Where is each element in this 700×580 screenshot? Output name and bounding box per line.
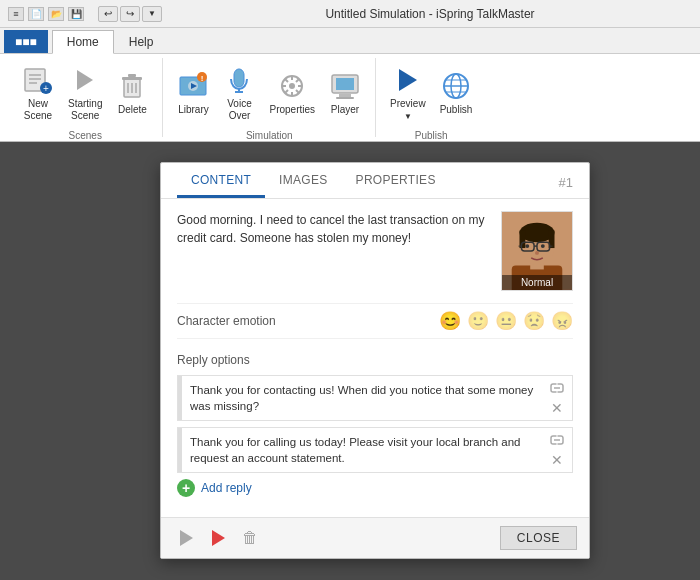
scene-dialog: CONTENT IMAGES PROPERTIES #1 Good mornin…: [160, 162, 590, 559]
play-red-button[interactable]: [205, 526, 231, 550]
svg-rect-9: [128, 74, 136, 77]
reply-actions-1: ✕: [542, 376, 572, 420]
emotion-sad[interactable]: 😟: [523, 310, 545, 332]
reply-delete-2[interactable]: ✕: [548, 451, 566, 469]
simulation-buttons: ! Library VoiceOver: [171, 60, 367, 126]
preview-button[interactable]: Preview▼: [384, 60, 432, 126]
svg-line-26: [285, 79, 288, 82]
library-label: Library: [178, 104, 209, 116]
svg-point-53: [541, 244, 545, 248]
simulation-group-label: Simulation: [246, 126, 293, 141]
ribbon-tab-bar: ■■■ Home Help: [0, 28, 700, 54]
new-scene-button[interactable]: + NewScene: [16, 60, 60, 126]
properties-label: Properties: [269, 104, 315, 116]
svg-line-29: [285, 90, 288, 93]
svg-point-21: [289, 83, 295, 89]
scenes-buttons: + NewScene StartingScene: [16, 60, 154, 126]
main-area: CONTENT IMAGES PROPERTIES #1 Good mornin…: [0, 142, 700, 580]
tab-home[interactable]: Home: [52, 30, 114, 54]
play-gray-button[interactable]: [173, 526, 199, 550]
ribbon-group-scenes: + NewScene StartingScene: [8, 58, 163, 137]
reply-link-2[interactable]: [548, 431, 566, 449]
new-scene-icon: +: [22, 64, 54, 96]
svg-marker-6: [77, 70, 93, 90]
new-scene-label: NewScene: [24, 98, 52, 122]
player-button[interactable]: Player: [323, 66, 367, 120]
redo-button[interactable]: ↪: [120, 6, 140, 22]
trash-button[interactable]: 🗑: [237, 526, 263, 550]
properties-button[interactable]: Properties: [263, 66, 321, 120]
emotion-icons: 😊 🙂 😐 😟 😠: [439, 310, 573, 332]
starting-scene-label: StartingScene: [68, 98, 102, 122]
svg-rect-33: [336, 97, 354, 99]
publish-buttons: Preview▼ Publish: [384, 60, 478, 126]
reply-text-1: Thank you for contacting us! When did yo…: [182, 376, 542, 420]
publish-button[interactable]: Publish: [434, 66, 479, 120]
title-bar: ≡ 📄 📂 💾 ↩ ↪ ▼ Untitled Simulation - iSpr…: [0, 0, 700, 28]
dialog-footer: 🗑 CLOSE: [161, 517, 589, 558]
player-label: Player: [331, 104, 359, 116]
svg-point-52: [525, 244, 529, 248]
publish-label: Publish: [440, 104, 473, 116]
dialog-tab-images[interactable]: IMAGES: [265, 163, 341, 198]
reply-text-2: Thank you for calling us today! Please v…: [182, 428, 542, 472]
emotion-label: Character emotion: [177, 314, 431, 328]
tab-help[interactable]: Help: [114, 30, 169, 53]
close-label: CLOSE: [517, 531, 560, 545]
dialog-tab-bar: CONTENT IMAGES PROPERTIES: [177, 163, 450, 198]
app-menu-button[interactable]: ■■■: [4, 30, 48, 53]
app-icon: ≡: [8, 7, 24, 21]
svg-line-28: [296, 79, 299, 82]
dropdown-btn[interactable]: ▼: [142, 6, 162, 22]
ribbon-group-publish: Preview▼ Publish Publish: [376, 58, 486, 137]
svg-rect-45: [520, 231, 526, 249]
reply-delete-1[interactable]: ✕: [548, 399, 566, 417]
close-button[interactable]: CLOSE: [500, 526, 577, 550]
save-icon: 💾: [68, 7, 84, 21]
delete-icon: [116, 70, 148, 102]
add-reply-button[interactable]: + Add reply: [177, 479, 573, 497]
character-text: Good morning. I need to cancel the last …: [177, 211, 489, 291]
scenes-group-label: Scenes: [69, 126, 102, 141]
reply-link-1[interactable]: [548, 379, 566, 397]
trash-icon: 🗑: [242, 529, 258, 547]
app-menu-icon: ■■■: [15, 35, 37, 49]
voice-over-button[interactable]: VoiceOver: [217, 60, 261, 126]
dialog-header: CONTENT IMAGES PROPERTIES #1: [161, 163, 589, 199]
emotion-happy[interactable]: 😊: [439, 310, 461, 332]
ribbon-group-simulation: ! Library VoiceOver: [163, 58, 376, 137]
emotion-slight-smile[interactable]: 🙂: [467, 310, 489, 332]
properties-icon: [276, 70, 308, 102]
svg-text:+: +: [43, 83, 49, 94]
scene-number: #1: [559, 175, 573, 198]
reply-options-title: Reply options: [177, 353, 573, 367]
undo-button[interactable]: ↩: [98, 6, 118, 22]
library-button[interactable]: ! Library: [171, 66, 215, 120]
publish-group-label: Publish: [415, 126, 448, 141]
delete-button[interactable]: Delete: [110, 66, 154, 120]
voice-over-icon: [223, 64, 255, 96]
emotion-neutral[interactable]: 😐: [495, 310, 517, 332]
delete-label: Delete: [118, 104, 147, 116]
character-section: Good morning. I need to cancel the last …: [177, 211, 573, 291]
window-icons: ≡ 📄 📂 💾: [8, 7, 84, 21]
undo-redo-group: ↩ ↪ ▼: [98, 6, 162, 22]
preview-label: Preview▼: [390, 98, 426, 122]
new-icon: 📄: [28, 7, 44, 21]
publish-icon: [440, 70, 472, 102]
svg-text:!: !: [201, 74, 204, 83]
add-reply-label: Add reply: [201, 481, 252, 495]
dialog-tab-content[interactable]: CONTENT: [177, 163, 265, 198]
emotion-angry[interactable]: 😠: [551, 310, 573, 332]
svg-line-27: [296, 90, 299, 93]
add-reply-icon: +: [177, 479, 195, 497]
svg-point-54: [535, 251, 539, 255]
dialog-body: Good morning. I need to cancel the last …: [161, 199, 589, 517]
library-icon: !: [177, 70, 209, 102]
player-icon: [329, 70, 361, 102]
starting-scene-button[interactable]: StartingScene: [62, 60, 108, 126]
reply-actions-2: ✕: [542, 428, 572, 472]
dialog-tab-properties[interactable]: PROPERTIES: [342, 163, 450, 198]
svg-rect-31: [336, 78, 354, 90]
emotion-row: Character emotion 😊 🙂 😐 😟 😠: [177, 303, 573, 339]
